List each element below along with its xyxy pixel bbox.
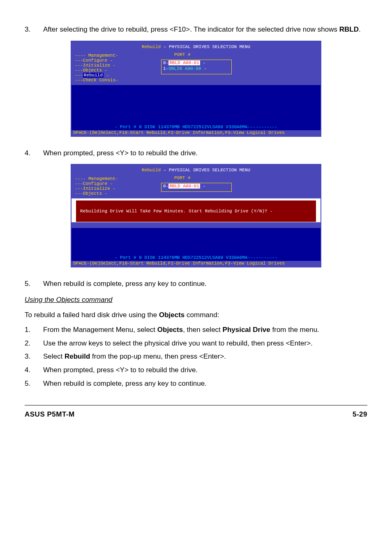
bios2-title-yellow: Rebuild xyxy=(142,168,161,173)
bios1-menu-l5-pre: --- xyxy=(75,73,83,78)
page-footer: ASUS P5MT-M 5-29 xyxy=(25,405,367,420)
step-3-num: 3. xyxy=(25,25,43,35)
step-5: 5. When rebuild is complete, press any k… xyxy=(25,279,367,289)
bios1-portinfo: - Port # 0 DISK 114376MB HDS722512VLSA80… xyxy=(71,123,321,130)
li1-a: From the Management Menu, select xyxy=(43,326,157,334)
footer-right: 5-29 xyxy=(353,410,367,420)
bios1-port1-status: ONLIN A00-00 xyxy=(168,66,201,71)
li3-a: Select xyxy=(43,352,65,360)
bios1-port0-status: RBLD A00-01 xyxy=(168,60,200,65)
bios2-portinfo: - Port # 0 DISK 114376MB HDS722512VLSA80… xyxy=(71,253,321,261)
bios1-port-header: PORT # xyxy=(174,52,191,57)
list-item: 5. When rebuild is complete, press any k… xyxy=(25,379,367,389)
list-item: 4. When prompted, press <Y> to to rebuil… xyxy=(25,365,367,375)
li1-b1: Objects xyxy=(157,326,183,334)
bios1-topband: Rebuild – PHYSICAL DRIVES SELECTION MENU xyxy=(71,41,321,51)
bios1-port0-pre: 0- xyxy=(163,60,168,65)
step-3-text-c: . xyxy=(359,25,361,33)
li2-num: 2. xyxy=(25,339,43,349)
bios2-topband: Rebuild – PHYSICAL DRIVES SELECTION MENU xyxy=(71,165,321,175)
bios1-menu-rebuild-selected: Rebuild xyxy=(83,73,104,78)
section-intro-bold: Objects xyxy=(159,311,184,319)
bios2-mid: ---- Management- ---Configure - ---Initi… xyxy=(71,175,321,198)
bios-screenshot-1: Rebuild – PHYSICAL DRIVES SELECTION MENU… xyxy=(71,41,321,137)
bios1-menu-l1: ---- Management- xyxy=(75,53,118,58)
bios1-hints: SPACE-(De)Select,F10-Start Rebuild,F2-Dr… xyxy=(71,130,321,136)
bios1-menu-l5-post: - xyxy=(104,73,109,78)
bios2-port-header: PORT # xyxy=(174,175,191,180)
bios1-menu-l6: ---Check Consis- xyxy=(75,78,118,83)
bios2-prompt-text: Rebuilding Drive Will Take Few Minutes. … xyxy=(80,209,316,214)
bios2-menu-l4: ---Objects - xyxy=(75,191,118,196)
li3-c: from the pop-up menu, then press <Enter>… xyxy=(90,352,226,360)
step-4-body: When prompted, press <Y> to to rebuild t… xyxy=(43,148,367,159)
step-3-text-a: After selecting the drive to rebuild, pr… xyxy=(43,25,339,33)
li3-num: 3. xyxy=(25,352,43,362)
section-intro: To rebuild a failed hard disk drive usin… xyxy=(25,310,367,320)
bios2-port0-post: - xyxy=(200,184,205,189)
list-item: 1. From the Management Menu, select Obje… xyxy=(25,325,367,335)
bios1-menu-l4: ---Objects - xyxy=(75,68,118,73)
list-item: 3. Select Rebuild from the pop-up menu, … xyxy=(25,352,367,362)
bios2-menu-l3: ---Initialize - xyxy=(75,186,118,191)
bios2-bluearea xyxy=(71,228,321,253)
bios1-mid: ---- Management- ---Configure - ---Initi… xyxy=(71,51,321,85)
bios2-port0-status: RBLD A00-01 xyxy=(168,184,200,189)
bios2-title-white: – PHYSICAL DRIVES SELECTION MENU xyxy=(161,168,250,173)
step-5-body: When rebuild is complete, press any key … xyxy=(43,279,367,289)
li2-a: Use the arrow keys to select the physica… xyxy=(43,339,367,349)
bios2-menu-l2: ---Configure - xyxy=(75,181,118,186)
li1-num: 1. xyxy=(25,325,43,335)
li1-c: from the menu. xyxy=(270,326,319,334)
footer-left: ASUS P5MT-M xyxy=(25,410,75,420)
bios-screenshot-2: Rebuild – PHYSICAL DRIVES SELECTION MENU… xyxy=(71,164,321,267)
bios1-port0-post: - xyxy=(200,60,205,65)
li1-b2: Physical Drive xyxy=(223,326,270,334)
step-4: 4. When prompted, press <Y> to to rebuil… xyxy=(25,148,367,159)
bios1-port1-pre: 1- xyxy=(163,66,168,71)
bios1-menu: ---- Management- ---Configure - ---Initi… xyxy=(75,53,118,83)
li5-a: When rebuild is complete, press any key … xyxy=(43,379,367,389)
step-3-bold: RBLD xyxy=(339,25,359,33)
bios1-bluearea xyxy=(71,85,321,123)
step-3: 3. After selecting the drive to rebuild,… xyxy=(25,25,367,35)
bios2-menu: ---- Management- ---Configure - ---Initi… xyxy=(75,176,118,196)
li3-b1: Rebuild xyxy=(65,352,90,360)
bios1-port1-post: - xyxy=(201,66,206,71)
bios2-menu-l1: ---- Management- xyxy=(75,176,118,181)
li1-mid: , then select xyxy=(183,326,222,334)
bios2-prompt: Rebuilding Drive Will Take Few Minutes. … xyxy=(76,200,316,222)
bios2-hints: SPACE-(De)Select,F10-Start Rebuild,F2-Dr… xyxy=(71,261,321,267)
section-header: Using the Objects command xyxy=(25,295,367,305)
bios1-title-white: – PHYSICAL DRIVES SELECTION MENU xyxy=(161,44,250,49)
bios1-portbox: 0-RBLD A00-01 - 1-ONLIN A00-00 - xyxy=(161,60,232,74)
li4-a: When prompted, press <Y> to to rebuild t… xyxy=(43,365,367,375)
objects-steps: 1. From the Management Menu, select Obje… xyxy=(25,325,367,389)
bios2-after-prompt xyxy=(71,222,321,228)
list-item: 2. Use the arrow keys to select the phys… xyxy=(25,339,367,349)
bios2-portbox: 0-RBLD A00-01 - xyxy=(161,183,232,192)
li5-num: 5. xyxy=(25,379,43,389)
step-4-num: 4. xyxy=(25,148,43,159)
step-3-body: After selecting the drive to rebuild, pr… xyxy=(43,25,367,35)
bios1-title-yellow: Rebuild xyxy=(142,44,161,49)
bios2-port0-pre: 0- xyxy=(163,184,168,189)
bios1-menu-l3: ---Initialize - xyxy=(75,63,118,68)
section-intro-a: To rebuild a failed hard disk drive usin… xyxy=(25,311,159,319)
section-intro-c: command: xyxy=(184,311,219,319)
li4-num: 4. xyxy=(25,365,43,375)
step-5-num: 5. xyxy=(25,279,43,289)
bios1-menu-l2: ---Configure - xyxy=(75,58,118,63)
